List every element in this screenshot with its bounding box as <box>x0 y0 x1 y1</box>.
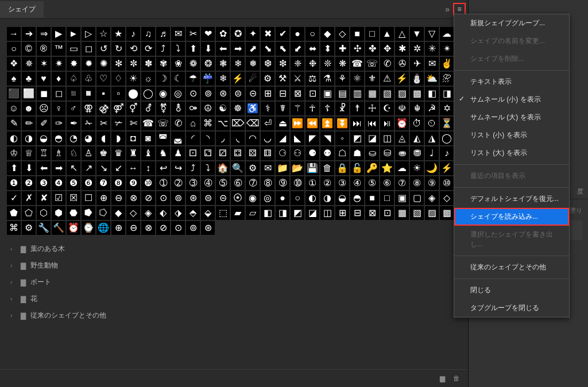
shape-thumbnail[interactable]: ◑ <box>320 191 334 205</box>
shape-thumbnail[interactable]: ◚ <box>156 131 170 145</box>
shape-thumbnail[interactable]: ⑧ <box>410 176 424 190</box>
shape-thumbnail[interactable]: ❆ <box>261 57 274 71</box>
shape-thumbnail[interactable]: ⬡ <box>37 206 51 220</box>
shape-thumbnail[interactable]: ★ <box>111 27 125 41</box>
shape-thumbnail[interactable]: ⊖ <box>111 191 125 205</box>
shape-thumbnail[interactable]: ❸ <box>37 176 51 190</box>
shape-thumbnail[interactable]: ⬉ <box>276 42 289 56</box>
shape-thumbnail[interactable]: ⤵ <box>201 161 215 175</box>
shape-thumbnail[interactable]: ☬ <box>410 102 424 115</box>
shape-thumbnail[interactable]: ① <box>305 176 319 190</box>
shape-thumbnail[interactable]: ® <box>37 42 51 56</box>
shape-thumbnail[interactable]: ⚜ <box>365 72 379 86</box>
shape-thumbnail[interactable]: ⏲ <box>425 117 439 130</box>
shape-thumbnail[interactable]: © <box>22 42 36 56</box>
menu-close[interactable]: 閉じる <box>454 281 569 299</box>
shape-thumbnail[interactable]: ♪ <box>440 146 454 160</box>
shape-thumbnail[interactable]: ◓ <box>350 191 364 205</box>
shape-thumbnail[interactable]: ⊝ <box>246 87 260 100</box>
shape-thumbnail[interactable]: ◎ <box>171 87 185 100</box>
shape-thumbnail[interactable]: ✁ <box>82 117 95 130</box>
shape-thumbnail[interactable]: ❅ <box>246 57 260 71</box>
shape-thumbnail[interactable]: ☻ <box>22 102 36 115</box>
shape-thumbnail[interactable]: ✗ <box>22 191 36 205</box>
shape-thumbnail[interactable]: ☾ <box>171 72 185 86</box>
shape-thumbnail[interactable]: ▢ <box>410 191 424 205</box>
shape-thumbnail[interactable]: ◉ <box>156 87 170 100</box>
shape-thumbnail[interactable]: ⊠ <box>365 206 379 220</box>
shape-thumbnail[interactable]: ☩ <box>365 102 379 115</box>
shape-thumbnail[interactable]: ♩ <box>425 146 439 160</box>
menu-text-only[interactable]: テキスト表示 <box>454 73 569 91</box>
shape-thumbnail[interactable]: ● <box>291 27 304 41</box>
shape-thumbnail[interactable]: ⚆ <box>276 146 289 160</box>
shape-thumbnail[interactable]: ◧ <box>425 87 439 100</box>
shape-thumbnail[interactable]: ✑ <box>52 117 65 130</box>
shape-thumbnail[interactable]: ▼ <box>410 27 424 41</box>
menu-thumbnail-large[interactable]: サムネール (大) を表示 <box>454 109 569 126</box>
shape-thumbnail[interactable]: ♟ <box>171 146 185 160</box>
shape-thumbnail[interactable]: ☏ <box>365 57 379 71</box>
shape-thumbnail[interactable]: ⚄ <box>246 146 260 160</box>
shape-thumbnail[interactable]: ☥ <box>305 102 319 115</box>
shape-thumbnail[interactable]: ▤ <box>335 87 349 100</box>
shape-thumbnail[interactable]: ⊕ <box>111 221 125 235</box>
shape-thumbnail[interactable]: ⏏ <box>276 117 289 130</box>
shape-thumbnail[interactable]: 🔓 <box>350 161 364 175</box>
shape-thumbnail[interactable]: ◆ <box>320 27 334 41</box>
shape-thumbnail[interactable]: ☎ <box>141 117 155 130</box>
shape-thumbnail[interactable]: ⊚ <box>201 87 215 100</box>
shape-thumbnail[interactable]: ⬠ <box>22 206 36 220</box>
shape-thumbnail[interactable]: ⏰ <box>395 117 409 130</box>
shape-thumbnail[interactable]: ☁ <box>395 161 409 175</box>
shape-thumbnail[interactable]: ☪ <box>380 102 394 115</box>
shape-thumbnail[interactable]: ☔ <box>201 72 215 86</box>
shape-thumbnail[interactable]: ③ <box>335 176 349 190</box>
shape-thumbnail[interactable]: ◇ <box>335 27 349 41</box>
shape-thumbnail[interactable]: ♞ <box>156 146 170 160</box>
shape-thumbnail[interactable]: 🔍 <box>231 161 245 175</box>
shape-thumbnail[interactable]: ⚣ <box>96 102 110 115</box>
shape-thumbnail[interactable]: ▽ <box>425 27 439 41</box>
shape-thumbnail[interactable]: ◞ <box>216 131 230 145</box>
shape-thumbnail[interactable]: ♜ <box>126 146 140 160</box>
shape-thumbnail[interactable]: ⏪ <box>305 117 319 130</box>
shape-thumbnail[interactable]: ⬛ <box>7 87 21 100</box>
shape-thumbnail[interactable]: ◙ <box>141 131 155 145</box>
shape-thumbnail[interactable]: ▱ <box>246 206 260 220</box>
shape-thumbnail[interactable]: ⚕ <box>261 102 274 115</box>
menu-load-shapes[interactable]: シェイプを読み込み... <box>454 208 569 226</box>
shape-thumbnail[interactable]: ♛ <box>111 146 125 160</box>
shape-thumbnail[interactable]: ➃ <box>201 176 215 190</box>
shape-thumbnail[interactable]: ◪ <box>305 206 319 220</box>
shape-thumbnail[interactable]: ⬘ <box>186 206 200 220</box>
shape-thumbnail[interactable]: ✤ <box>365 42 379 56</box>
shape-thumbnail[interactable]: 📂 <box>291 161 304 175</box>
shape-thumbnail[interactable]: ▩ <box>440 206 454 220</box>
shape-thumbnail[interactable]: ◝ <box>201 131 215 145</box>
shape-thumbnail[interactable]: ⌘ <box>7 221 21 235</box>
shape-thumbnail[interactable]: ♠ <box>7 72 21 86</box>
shape-thumbnail[interactable]: ✓ <box>7 191 21 205</box>
shape-thumbnail[interactable]: ❉ <box>305 57 319 71</box>
shape-thumbnail[interactable]: 🌙 <box>425 161 439 175</box>
shape-thumbnail[interactable]: ○ <box>305 27 319 41</box>
shape-thumbnail[interactable]: ❷ <box>22 176 36 190</box>
shape-thumbnail[interactable]: ☎ <box>350 57 364 71</box>
shape-thumbnail[interactable]: ⬍ <box>320 42 334 56</box>
shape-thumbnail[interactable]: ↺ <box>96 42 110 56</box>
shape-thumbnail[interactable]: ⊙ <box>186 87 200 100</box>
shape-thumbnail[interactable]: ↕ <box>141 161 155 175</box>
shape-thumbnail[interactable]: ✲ <box>410 42 424 56</box>
shape-thumbnail[interactable]: ✏ <box>22 117 36 130</box>
shape-thumbnail[interactable]: ☏ <box>156 117 170 130</box>
shape-thumbnail[interactable]: ▭ <box>67 42 80 56</box>
shape-thumbnail[interactable]: ⊞ <box>335 206 349 220</box>
shape-thumbnail[interactable]: ◣ <box>291 131 304 145</box>
shape-thumbnail[interactable]: ◻ <box>82 42 95 56</box>
shape-thumbnail[interactable]: ➁ <box>171 176 185 190</box>
shape-thumbnail[interactable]: ⊜ <box>201 191 215 205</box>
shape-thumbnail[interactable]: ✂ <box>96 117 110 130</box>
shape-thumbnail[interactable]: ⚂ <box>216 146 230 160</box>
shape-thumbnail[interactable]: ⊙ <box>171 221 185 235</box>
